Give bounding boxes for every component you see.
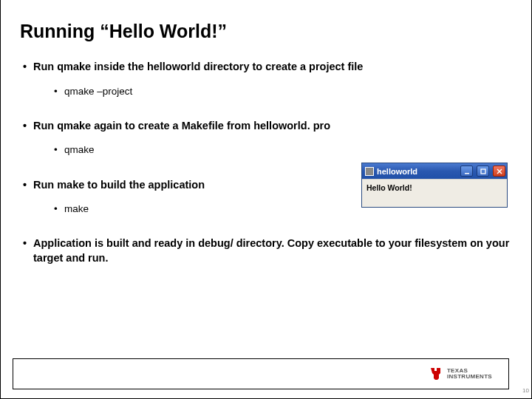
window-title: helloworld — [377, 167, 417, 176]
ti-logo: TEXAS INSTRUMENTS — [429, 366, 492, 381]
page-number: 10 — [522, 387, 529, 394]
sub-bullet-text: qmake — [64, 144, 95, 155]
sub-bullet-text: make — [64, 203, 89, 214]
app-icon — [365, 167, 374, 176]
slide: Running “Hello World!” Run qmake inside … — [0, 0, 532, 399]
footer: TEXAS INSTRUMENTS — [13, 358, 509, 389]
window-body: Hello World! — [362, 179, 507, 207]
minimize-button[interactable] — [460, 166, 473, 177]
bullet-item: Run qmake again to create a Makefile fro… — [23, 119, 512, 157]
bullet-text: Application is built and ready in debug/… — [33, 237, 509, 264]
close-button[interactable] — [493, 166, 505, 177]
slide-title: Running “Hello World!” — [20, 21, 512, 42]
sub-bullet-text: qmake –project — [64, 86, 132, 97]
maximize-button[interactable] — [477, 166, 489, 177]
window-titlebar: helloworld — [362, 163, 507, 179]
bullet-text: Run qmake inside the helloworld director… — [33, 61, 363, 72]
sub-bullet-item: qmake –project — [33, 85, 512, 98]
bullet-text: Run make to build the application — [33, 179, 205, 191]
bullet-item: Run qmake inside the helloworld director… — [23, 60, 512, 98]
app-window: helloworld Hello World! — [361, 163, 508, 208]
ti-chip-icon — [429, 366, 443, 381]
logo-text-line2: INSTRUMENTS — [447, 374, 492, 380]
sub-bullet-item: qmake — [33, 143, 512, 157]
svg-rect-1 — [481, 169, 485, 174]
svg-rect-0 — [465, 173, 469, 174]
bullet-item: Application is built and ready in debug/… — [23, 236, 512, 265]
bullet-text: Run qmake again to create a Makefile fro… — [33, 120, 330, 132]
